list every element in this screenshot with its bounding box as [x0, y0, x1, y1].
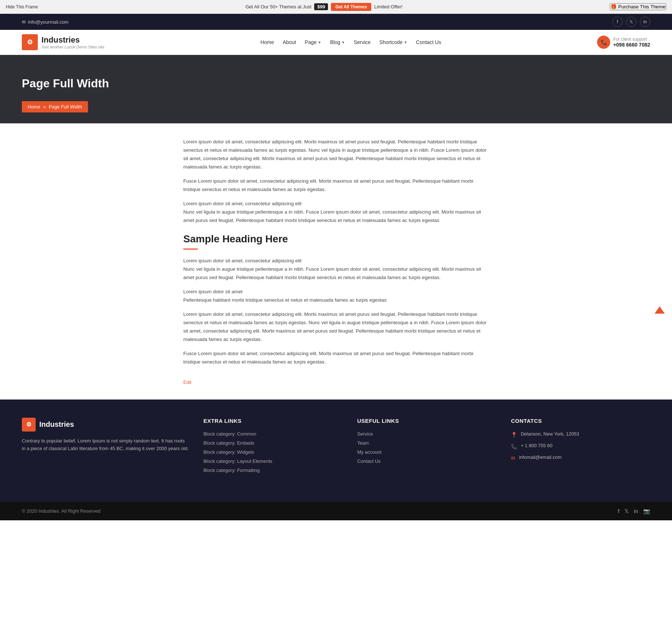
footer-logo: ⚙ Industries — [22, 418, 189, 432]
email-contact-icon: ✉ — [511, 455, 515, 461]
useful-links-list: Service Team My account Contact Us — [357, 431, 496, 464]
support-phone: +098 6660 7082 — [613, 42, 650, 48]
nav-about[interactable]: About — [283, 39, 296, 45]
price-badge: $99 — [314, 3, 328, 10]
footer-grid: ⚙ Industries Contrary to popular belief,… — [22, 418, 650, 477]
useful-link-3[interactable]: My account — [357, 449, 496, 455]
phone-text: + 1 800 755 60 — [521, 443, 552, 448]
breadcrumb: Home » Page Full Width — [22, 101, 88, 112]
limited-offer-text: Limited Offer! — [374, 4, 403, 9]
contact-phone: 📞 + 1 800 755 60 — [511, 443, 650, 449]
info-bar: ✉ info@yourmail.com f 𝕏 in — [0, 14, 672, 30]
footer-twitter-icon[interactable]: 𝕏 — [624, 508, 629, 514]
breadcrumb-home[interactable]: Home — [28, 104, 40, 110]
nav-service[interactable]: Service — [354, 39, 371, 45]
nav-home[interactable]: Home — [260, 39, 274, 45]
footer-useful-links-col: USEFUL LINKS Service Team My account Con… — [357, 418, 496, 477]
footer-about-col: ⚙ Industries Contrary to popular belief,… — [22, 418, 189, 477]
useful-link-1[interactable]: Service — [357, 431, 496, 437]
gift-icon: 🎁 — [611, 4, 617, 9]
content-para-7: Fusce Lorem ipsum dolor sit amet, consec… — [183, 350, 489, 366]
email-icon: ✉ — [22, 19, 26, 25]
linkedin-icon[interactable]: in — [640, 17, 650, 27]
edit-link[interactable]: Edit — [183, 379, 191, 385]
nav-shortcode[interactable]: Shortcode ▼ — [379, 39, 407, 45]
footer-about-text: Contrary to popular belief, Lorem Ipsum … — [22, 437, 189, 453]
main-nav: ⚙ Industries Just another Luzuk Demo Sit… — [0, 30, 672, 55]
nav-links: Home About Page ▼ Blog ▼ Service Shortco… — [260, 39, 441, 45]
extra-link-1[interactable]: Block category: Common — [203, 431, 343, 437]
twitter-icon[interactable]: 𝕏 — [626, 17, 636, 27]
main-content: Lorem ipsum dolor sit amet, consectetur … — [161, 123, 511, 400]
purchase-theme-button[interactable]: 🎁 Purchase This Theme — [610, 3, 666, 10]
social-icons: f 𝕏 in — [612, 17, 650, 27]
contact-email: ✉ infomail@email.com — [511, 454, 650, 461]
logo-icon: ⚙ — [22, 34, 38, 50]
contact-address: 📍 Delanson, New York, 12053 — [511, 431, 650, 438]
content-para-5: Lorem ipsum dolor sit amet Pellentesque … — [183, 288, 489, 305]
nav-right: 📞 For client support +098 6660 7082 — [597, 36, 650, 49]
content-para-3: Lorem ipsum dolor sit amet, consectetur … — [183, 200, 489, 225]
admin-bar-right: 🎁 Purchase This Theme — [610, 3, 666, 10]
useful-links-title: USEFUL LINKS — [357, 418, 496, 424]
extra-link-3[interactable]: Block category: Widgets — [203, 449, 343, 455]
promo-bar: Get All Our 50+ Themes at Just $99 Get A… — [245, 3, 403, 11]
admin-bar: Hide This Frame Get All Our 50+ Themes a… — [0, 0, 672, 14]
extra-links-title: EXTRA LINKS — [203, 418, 343, 424]
content-para-6: Lorem ipsum dolor sit amet, consectetur … — [183, 310, 489, 344]
extra-link-5[interactable]: Block category: Formatting — [203, 468, 343, 473]
nav-page[interactable]: Page ▼ — [305, 39, 321, 45]
breadcrumb-separator: » — [43, 104, 46, 110]
phone-icon: 📞 — [597, 36, 610, 49]
extra-links-list: Block category: Common Block category: E… — [203, 431, 343, 473]
footer-contacts-col: CONTATCS 📍 Delanson, New York, 12053 📞 +… — [511, 418, 650, 477]
email-text: infomail@email.com — [519, 454, 561, 460]
support-label: For client support — [613, 37, 650, 42]
footer-linkedin-icon[interactable]: in — [634, 508, 638, 514]
scroll-to-top-button[interactable] — [655, 306, 665, 314]
useful-link-4[interactable]: Contact Us — [357, 458, 496, 464]
useful-link-2[interactable]: Team — [357, 440, 496, 446]
page-title: Page Full Width — [22, 77, 650, 90]
footer-bottom: © 2020 Industries. All Right Reserved f … — [0, 502, 672, 520]
hide-frame-label[interactable]: Hide This Frame — [6, 4, 38, 9]
heading-underline — [183, 249, 198, 250]
shortcode-dropdown-arrow: ▼ — [404, 40, 407, 44]
blog-dropdown-arrow: ▼ — [341, 40, 345, 44]
breadcrumb-current: Page Full Width — [49, 104, 82, 110]
footer-instagram-icon[interactable]: 📷 — [643, 508, 650, 514]
footer-extra-links-col: EXTRA LINKS Block category: Common Block… — [203, 418, 343, 477]
page-hero: Page Full Width Home » Page Full Width — [0, 55, 672, 123]
footer-site-name: Industries — [39, 420, 74, 429]
map-pin-icon: 📍 — [511, 432, 517, 438]
extra-link-4[interactable]: Block category: Layout Elements — [203, 458, 343, 464]
extra-link-2[interactable]: Block category: Embeds — [203, 440, 343, 446]
content-para-1: Lorem ipsum dolor sit amet, consectetur … — [183, 138, 489, 171]
page-dropdown-arrow: ▼ — [318, 40, 321, 44]
nav-blog[interactable]: Blog ▼ — [330, 39, 345, 45]
sample-heading: Sample Heading Here — [183, 233, 489, 245]
email-area: ✉ info@yourmail.com — [22, 19, 68, 25]
footer: ⚙ Industries Contrary to popular belief,… — [0, 400, 672, 502]
copyright-text: © 2020 Industries. All Right Reserved — [22, 508, 100, 514]
nav-contact[interactable]: Contact Us — [416, 39, 441, 45]
site-name: Industries — [41, 35, 104, 45]
logo-area: ⚙ Industries Just another Luzuk Demo Sit… — [22, 34, 104, 50]
footer-logo-icon: ⚙ — [22, 418, 36, 432]
offer-text: Get All Our 50+ Themes at Just — [245, 4, 312, 9]
content-para-4: Lorem ipsum dolor sit amet, consectetur … — [183, 257, 489, 282]
phone-contact-icon: 📞 — [511, 444, 517, 449]
facebook-icon[interactable]: f — [612, 17, 623, 27]
contacts-title: CONTATCS — [511, 418, 650, 424]
footer-facebook-icon[interactable]: f — [618, 508, 619, 514]
get-all-themes-button[interactable]: Get All Themes — [331, 3, 371, 11]
email-address: info@yourmail.com — [28, 19, 68, 25]
address-text: Delanson, New York, 12053 — [521, 431, 579, 437]
site-tagline: Just another Luzuk Demo Sites site — [41, 45, 104, 49]
content-para-2: Fusce Lorem ipsum dolor sit amet, consec… — [183, 177, 489, 194]
footer-social-icons: f 𝕏 in 📷 — [618, 508, 650, 514]
